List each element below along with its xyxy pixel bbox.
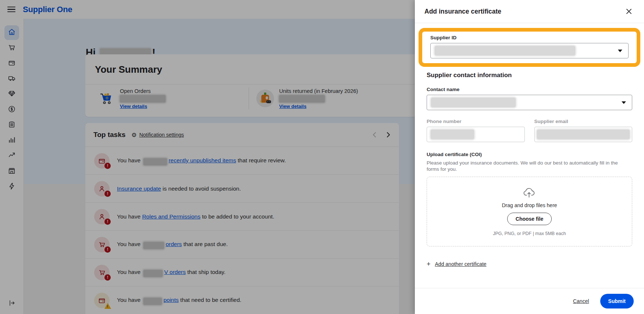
supplier-id-select[interactable]: [430, 43, 629, 58]
upload-description: Please upload your insurance documents. …: [427, 160, 625, 173]
panel-footer: Cancel Submit: [415, 288, 644, 314]
submit-button[interactable]: Submit: [600, 294, 634, 308]
contact-name-value-redacted: [431, 98, 516, 107]
supplier-email-field[interactable]: [534, 127, 633, 142]
cloud-upload-icon: [523, 187, 536, 199]
add-insurance-certificate-panel: Add insurance certificate Supplier ID Su…: [415, 0, 644, 314]
chevron-down-icon: [618, 50, 622, 52]
contact-name-label: Contact name: [427, 87, 632, 92]
supplier-id-label: Supplier ID: [430, 35, 629, 40]
add-another-certificate-label: Add another certificate: [435, 261, 487, 267]
supplier-id-value-redacted: [435, 46, 575, 55]
contact-info-heading: Supplier contact information: [427, 72, 632, 79]
upload-certificate-label: Upload certificate (COI): [427, 152, 632, 157]
drag-drop-text: Drag and drop files here: [502, 202, 557, 208]
file-type-hint: JPG, PNG, or PDF | max 5MB each: [493, 231, 566, 236]
close-icon[interactable]: [623, 6, 634, 17]
phone-value-redacted: [431, 130, 474, 139]
phone-number-label: Phone number: [427, 119, 525, 124]
supplier-id-highlight: Supplier ID: [419, 28, 640, 67]
file-dropzone[interactable]: Drag and drop files here Choose file JPG…: [427, 177, 632, 246]
modal-overlay[interactable]: [0, 0, 415, 314]
supplier-email-label: Supplier email: [534, 119, 633, 124]
page: Supplier One: [0, 0, 644, 314]
email-value-redacted: [537, 130, 630, 139]
add-another-certificate-button[interactable]: + Add another certificate: [427, 261, 632, 267]
chevron-down-icon: [622, 101, 626, 104]
panel-title: Add insurance certificate: [424, 8, 501, 15]
plus-icon: +: [427, 261, 431, 267]
contact-name-select[interactable]: [427, 95, 632, 110]
phone-number-field[interactable]: [427, 127, 525, 142]
choose-file-button[interactable]: Choose file: [507, 213, 552, 225]
cancel-button[interactable]: Cancel: [573, 298, 589, 304]
